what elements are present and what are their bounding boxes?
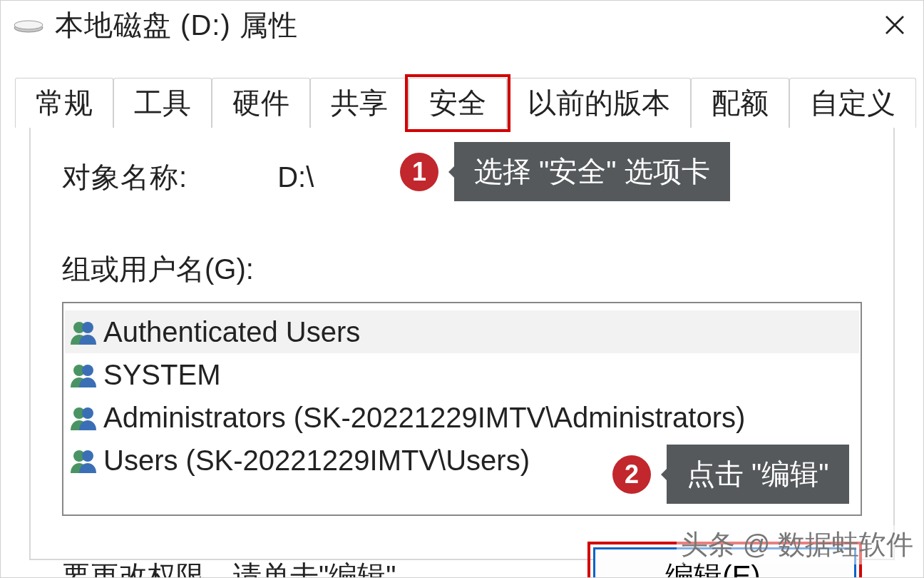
tab-general[interactable]: 常规 xyxy=(15,78,113,128)
annotation-callout-1: 1 选择 "安全" 选项卡 xyxy=(400,142,730,201)
list-item[interactable]: SYSTEM xyxy=(65,353,859,396)
edit-hint-row: 要更改权限，请单击"编辑"。 编辑(E)... xyxy=(62,542,862,578)
users-icon xyxy=(69,360,98,389)
tab-previous[interactable]: 以前的版本 xyxy=(507,78,691,128)
tab-hardware[interactable]: 硬件 xyxy=(212,78,310,128)
annotation-callout-2: 2 点击 "编辑" xyxy=(612,445,849,504)
list-item-label: Administrators (SK-20221229IMTV\Administ… xyxy=(103,402,745,434)
svg-point-9 xyxy=(82,450,93,462)
window-title: 本地磁盘 (D:) 属性 xyxy=(55,6,298,45)
annotation-badge: 2 xyxy=(612,455,651,494)
list-item-label: SYSTEM xyxy=(103,359,220,391)
object-name-label: 对象名称: xyxy=(62,158,188,197)
list-item[interactable]: Authenticated Users xyxy=(65,310,859,353)
properties-window: 本地磁盘 (D:) 属性 常规 工具 硬件 共享 安全 以前的版本 配额 自定义… xyxy=(0,0,924,578)
annotation-tip: 点击 "编辑" xyxy=(667,445,849,504)
list-item-label: Users (SK-20221229IMTV\Users) xyxy=(103,445,530,477)
svg-point-3 xyxy=(82,322,93,333)
edit-button-highlight: 编辑(E)... xyxy=(587,542,862,578)
groups-label: 组或用户名(G): xyxy=(62,250,862,289)
list-item[interactable]: Administrators (SK-20221229IMTV\Administ… xyxy=(65,396,859,439)
object-name-value: D:\ xyxy=(277,161,314,193)
svg-point-5 xyxy=(82,365,93,376)
annotation-badge: 1 xyxy=(400,153,438,191)
disk-icon xyxy=(12,16,45,34)
tab-security[interactable]: 安全 xyxy=(409,78,507,128)
tab-tools[interactable]: 工具 xyxy=(113,78,212,128)
users-icon xyxy=(69,446,98,475)
svg-point-1 xyxy=(14,21,43,29)
close-icon xyxy=(883,14,906,36)
annotation-tip: 选择 "安全" 选项卡 xyxy=(454,142,730,201)
tab-sharing[interactable]: 共享 xyxy=(310,78,409,128)
tab-custom[interactable]: 自定义 xyxy=(789,78,916,128)
users-icon xyxy=(69,318,98,346)
users-icon xyxy=(69,403,98,432)
titlebar: 本地磁盘 (D:) 属性 xyxy=(1,1,923,49)
svg-point-7 xyxy=(82,407,93,419)
list-item-label: Authenticated Users xyxy=(103,316,360,348)
tab-quota[interactable]: 配额 xyxy=(691,78,789,128)
edit-button[interactable]: 编辑(E)... xyxy=(593,547,856,578)
edit-hint-text: 要更改权限，请单击"编辑"。 xyxy=(62,557,424,578)
close-button[interactable] xyxy=(879,9,910,41)
